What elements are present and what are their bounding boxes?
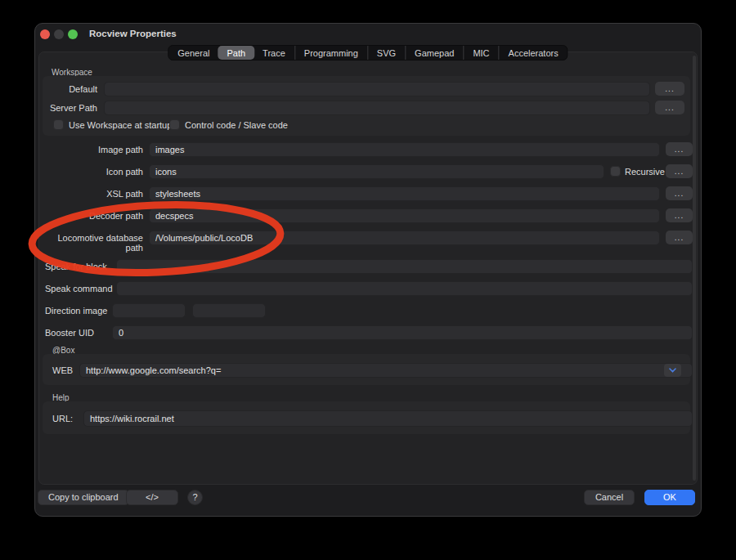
tab-path[interactable]: Path [218, 46, 254, 60]
scrollbar[interactable] [693, 56, 696, 481]
copy-to-clipboard-button[interactable]: Copy to clipboard [38, 490, 129, 505]
xsl-path-browse-button[interactable]: ... [666, 186, 693, 200]
recursive-checkbox[interactable] [610, 166, 621, 177]
tab-mic[interactable]: MIC [463, 46, 498, 60]
speak-for-block-input[interactable] [116, 259, 693, 274]
web-dropdown-button[interactable] [664, 364, 681, 377]
decoder-path-browse-button[interactable]: ... [666, 208, 693, 222]
image-path-input[interactable] [149, 142, 660, 157]
xsl-path-label: XSL path [39, 189, 143, 199]
decoder-path-input[interactable] [149, 208, 660, 223]
icon-path-input[interactable] [149, 164, 604, 179]
control-code-checkbox[interactable] [169, 119, 180, 130]
close-window-button[interactable] [40, 29, 50, 39]
locomotive-database-path-label: Locomotive database path [39, 233, 143, 253]
recursive-label: Recursive [625, 167, 665, 177]
title-bar[interactable]: Rocview Properties [35, 24, 701, 45]
help-url-input[interactable] [83, 410, 693, 427]
speak-command-input[interactable] [116, 281, 693, 296]
xsl-path-input[interactable] [149, 186, 660, 201]
web-url-combobox[interactable] [79, 363, 693, 378]
ok-button[interactable]: OK [644, 490, 695, 505]
tab-general[interactable]: General [168, 46, 218, 60]
direction-image-input-2[interactable] [192, 303, 266, 318]
control-code-label: Control code / Slave code [185, 120, 288, 130]
direction-image-input-1[interactable] [112, 303, 186, 318]
chevron-down-icon [669, 368, 676, 373]
path-tab-panel: Workspace Default ... Server Path ... Us… [38, 52, 698, 485]
default-browse-button[interactable]: ... [655, 82, 684, 96]
url-label: URL: [52, 414, 85, 423]
locomotive-database-path-browse-button[interactable]: ... [666, 231, 693, 244]
footer-bar: Copy to clipboard </> ? Cancel OK [35, 483, 701, 516]
image-path-label: Image path [39, 145, 143, 155]
icon-path-label: Icon path [39, 167, 143, 177]
decoder-path-label: Decoder path [39, 211, 143, 221]
cancel-button[interactable]: Cancel [584, 490, 635, 505]
zoom-window-button[interactable] [68, 29, 78, 39]
default-workspace-input[interactable] [104, 82, 650, 96]
tab-programming[interactable]: Programming [294, 46, 367, 60]
server-path-browse-button[interactable]: ... [655, 101, 684, 114]
code-view-button[interactable]: </> [126, 490, 178, 505]
tab-gamepad[interactable]: Gamepad [405, 46, 463, 60]
tab-trace[interactable]: Trace [254, 46, 294, 60]
tab-svg[interactable]: SVG [367, 46, 405, 60]
rocview-properties-window: Rocview Properties General Path Trace Pr… [34, 23, 702, 517]
default-label: Default [39, 84, 97, 94]
minimize-window-button [54, 29, 64, 39]
tab-bar: General Path Trace Programming SVG Gamep… [168, 45, 568, 60]
window-title: Rocview Properties [89, 29, 177, 38]
use-workspace-checkbox[interactable] [53, 119, 64, 130]
use-workspace-label: Use Workspace at startup [69, 120, 172, 130]
icon-path-browse-button[interactable]: ... [666, 164, 693, 178]
locomotive-database-path-input[interactable] [149, 231, 660, 245]
help-button[interactable]: ? [187, 490, 203, 505]
image-path-browse-button[interactable]: ... [666, 142, 693, 156]
server-path-input[interactable] [104, 101, 650, 115]
tab-accelerators[interactable]: Accelerators [499, 46, 568, 60]
server-path-label: Server Path [39, 103, 97, 113]
booster-uid-input[interactable] [112, 325, 693, 340]
